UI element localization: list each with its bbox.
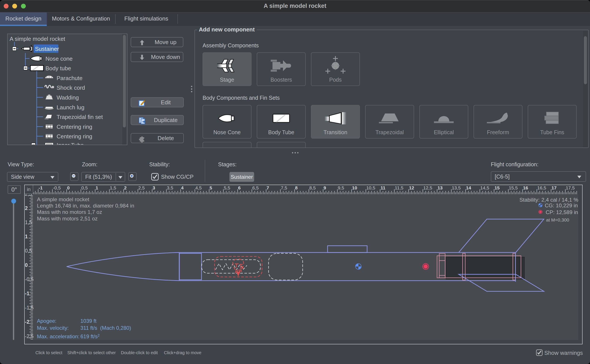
svg-text:5: 5 (209, 185, 212, 190)
svg-text:9,5: 9,5 (338, 185, 344, 190)
svg-text:0: 0 (25, 262, 28, 268)
svg-text:17: 17 (551, 185, 556, 190)
svg-text:11,5: 11,5 (395, 185, 403, 190)
svg-text:0,5: 0,5 (25, 248, 32, 254)
svg-text:15,5: 15,5 (509, 185, 518, 190)
svg-text:0,5: 0,5 (81, 185, 88, 190)
svg-text:1,5: 1,5 (25, 220, 32, 225)
svg-text:4,5: 4,5 (195, 185, 202, 190)
svg-text:2: 2 (124, 185, 127, 190)
svg-text:7,5: 7,5 (281, 185, 287, 190)
svg-text:-1,5: -1,5 (25, 305, 34, 311)
svg-text:12: 12 (409, 185, 414, 190)
svg-text:17,5: 17,5 (566, 185, 575, 190)
svg-text:2,5: 2,5 (138, 185, 145, 190)
svg-text:14,5: 14,5 (480, 185, 489, 190)
svg-text:11: 11 (381, 185, 385, 190)
svg-text:13,5: 13,5 (452, 185, 461, 190)
svg-text:12,5: 12,5 (423, 185, 432, 190)
svg-text:1: 1 (25, 234, 28, 239)
svg-text:7: 7 (267, 185, 269, 190)
svg-text:2: 2 (25, 205, 28, 211)
svg-text:1,5: 1,5 (110, 185, 116, 190)
svg-text:-2: -2 (25, 319, 29, 325)
svg-text:6: 6 (238, 185, 241, 190)
svg-text:8: 8 (295, 185, 298, 190)
svg-text:16,5: 16,5 (537, 185, 546, 190)
svg-text:10: 10 (352, 185, 357, 190)
svg-text:15: 15 (495, 185, 500, 190)
svg-text:16: 16 (523, 185, 528, 190)
svg-text:6,5: 6,5 (252, 185, 259, 190)
svg-text:10,5: 10,5 (366, 185, 375, 190)
svg-text:1: 1 (95, 185, 98, 190)
svg-text:-0,5: -0,5 (25, 277, 34, 282)
svg-text:2,5: 2,5 (25, 191, 32, 197)
svg-text:-0,5: -0,5 (53, 185, 61, 190)
svg-text:-1: -1 (25, 291, 29, 296)
svg-text:0: 0 (67, 185, 70, 190)
svg-text:3: 3 (153, 185, 155, 190)
svg-text:8,5: 8,5 (309, 185, 315, 190)
svg-text:5,5: 5,5 (224, 185, 230, 190)
svg-text:9: 9 (324, 185, 326, 190)
svg-text:-2,5: -2,5 (25, 333, 34, 339)
svg-text:-1: -1 (39, 185, 43, 190)
svg-text:14: 14 (466, 185, 471, 190)
svg-text:4: 4 (181, 185, 184, 190)
svg-text:3,5: 3,5 (167, 185, 173, 190)
svg-text:13: 13 (437, 185, 442, 190)
